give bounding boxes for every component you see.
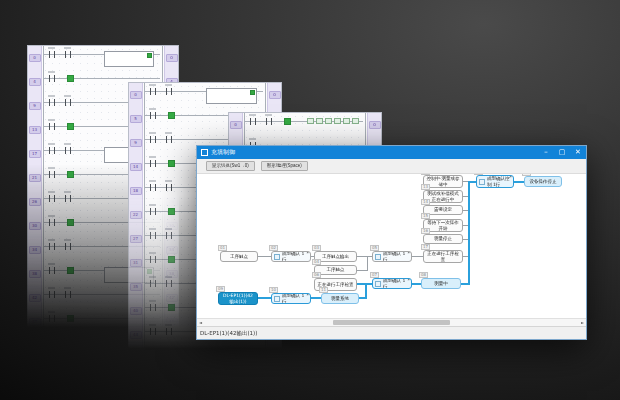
contact-label: [149, 156, 156, 158]
flow-node-label: 成型确认 1行: [383, 251, 409, 261]
contact-label: [149, 180, 156, 182]
flow-node-17[interactable]: 正在进行工序检查: [423, 250, 463, 263]
flow-node-16[interactable]: 测量停止: [423, 234, 463, 244]
flow-node-label: 成型确认控制 1行: [487, 176, 511, 186]
contact-label: [48, 239, 55, 241]
energized-indicator: [67, 219, 74, 226]
contact-icon: [49, 75, 55, 82]
scrollbar-thumb[interactable]: [333, 320, 450, 325]
contact-label: [149, 276, 156, 278]
power-rail: [144, 83, 145, 378]
flow-node-label: 成型确认 1行: [383, 278, 409, 288]
contact-label: [48, 287, 55, 289]
contact-label: [64, 47, 71, 49]
node-id-tag: 15: [421, 213, 430, 219]
mini-block-chip: [334, 118, 341, 124]
contact-icon: [150, 160, 156, 167]
node-id-tag: 09: [216, 286, 225, 292]
modified-asterisk: *: [510, 175, 513, 181]
contact-label: [48, 215, 55, 217]
contact-label: [149, 324, 156, 326]
function-block: [104, 51, 154, 67]
scroll-left-arrow-icon[interactable]: ◄: [197, 319, 204, 326]
app-icon: [201, 149, 208, 156]
node-id-tag: 01: [218, 245, 227, 251]
contact-icon: [166, 232, 172, 239]
contact-icon: [65, 99, 71, 106]
mini-block-chip: [307, 118, 314, 124]
contact-icon: [150, 280, 156, 287]
rung-number-badge: 0: [369, 121, 381, 129]
flow-node-02[interactable]: 成型确认 1行*: [271, 251, 311, 262]
flow-node-label: 测量中: [434, 281, 448, 286]
arrange-button[interactable]: 图形/整理(Space): [261, 161, 308, 171]
rung-number-badge: 0: [230, 121, 242, 129]
contact-label: [64, 95, 71, 97]
flow-node-11[interactable]: 测量系统: [321, 293, 359, 304]
rung-number-badge: 0: [166, 54, 178, 62]
contact-label: [64, 191, 71, 193]
flow-node-label: 需要设定: [434, 207, 452, 212]
flow-node-label: 测试或补偿模式正在进行中: [426, 191, 460, 201]
rung-number-badge: 51: [29, 342, 41, 350]
block-status-indicator: [250, 90, 255, 95]
mini-block-chip: [343, 118, 350, 124]
maximize-button[interactable]: ▢: [554, 146, 570, 159]
contact-icon: [49, 291, 55, 298]
modified-asterisk: *: [408, 251, 411, 257]
energized-indicator: [168, 256, 175, 263]
contact-label: [149, 252, 156, 254]
node-id-tag: 14: [421, 199, 430, 205]
contact-label: [249, 138, 256, 140]
horizontal-scrollbar[interactable]: ◄ ►: [197, 318, 586, 326]
window-title: 充填制御: [211, 148, 538, 157]
flow-node-label: 测量停止: [434, 236, 452, 241]
rung-number-badge: 18: [130, 187, 142, 195]
flow-node-05[interactable]: 成型确认 1行*: [372, 251, 412, 262]
close-button[interactable]: ✕: [570, 146, 586, 159]
flow-node-07[interactable]: 成型确认 1行*: [372, 278, 412, 289]
contact-label: [265, 114, 272, 116]
flow-connector: [311, 297, 321, 299]
rung-number-badge: 0: [130, 91, 142, 99]
scroll-right-arrow-icon[interactable]: ►: [579, 319, 586, 326]
flow-node-18[interactable]: 成型确认控制 1行*: [476, 175, 514, 188]
confirm-icon: [274, 254, 280, 260]
rung-line: [44, 78, 160, 79]
flow-node-10[interactable]: 成型确认 1行*: [271, 293, 311, 304]
flow-node-01[interactable]: 工序触点: [220, 251, 258, 262]
contact-icon: [166, 88, 172, 95]
mini-block-chip: [316, 118, 323, 124]
contact-label: [149, 132, 156, 134]
node-id-tag: 04: [312, 259, 321, 265]
contact-label: [165, 324, 172, 326]
display-toggle-button[interactable]: 显示切换(Sw1→0): [206, 161, 255, 171]
contact-icon: [49, 51, 55, 58]
node-id-tag: 08: [419, 272, 428, 278]
contact-label: [64, 239, 71, 241]
contact-label: [64, 287, 71, 289]
function-block: [206, 88, 257, 104]
flow-node-09[interactable]: DL-EP1(1)(42输出(1)): [218, 292, 258, 305]
flow-node-19[interactable]: 设备操作停止: [524, 176, 562, 187]
flow-node-label: 工序触点输出: [322, 254, 349, 259]
minimize-button[interactable]: –: [538, 146, 554, 159]
rung-number-badge: 44: [130, 331, 142, 339]
flow-node-08[interactable]: 测量中: [421, 278, 461, 289]
contact-label: [149, 228, 156, 230]
modified-asterisk: *: [307, 251, 310, 257]
contact-icon: [65, 243, 71, 250]
contact-icon: [150, 112, 156, 119]
flow-monitor-window[interactable]: 充填制御 – ▢ ✕ 显示切换(Sw1→0) 图形/整理(Space) 工序触点…: [196, 145, 587, 340]
contact-label: [149, 108, 156, 110]
contact-label: [48, 335, 55, 337]
contact-icon: [150, 136, 156, 143]
flowchart-canvas[interactable]: 工序触点01成型确认 1行*02工序触点输出03工序触点04成型确认 1行*05…: [197, 174, 586, 318]
flow-connector: [357, 283, 372, 285]
rung-number-badge: 14: [130, 163, 142, 171]
rung-number-badge: 5: [130, 115, 142, 123]
contact-icon: [49, 267, 55, 274]
energized-indicator: [168, 352, 175, 359]
flow-connector: [365, 284, 367, 299]
modified-asterisk: *: [307, 293, 310, 299]
